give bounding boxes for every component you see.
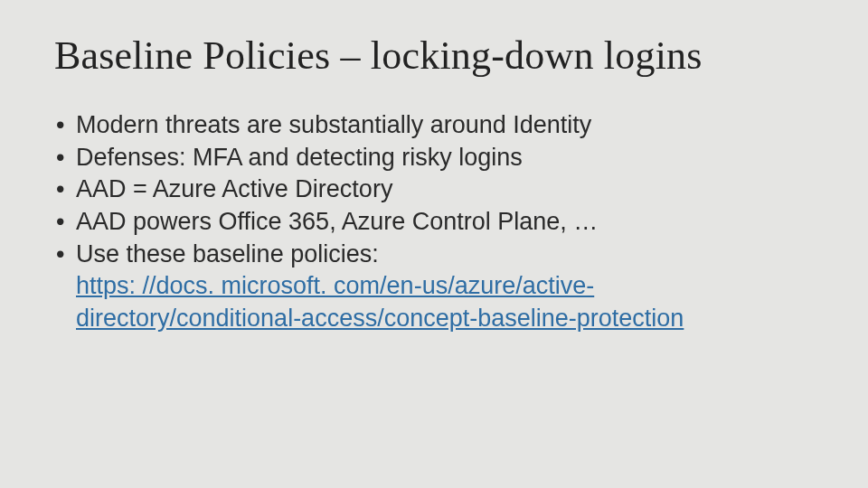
list-item: Use these baseline policies: https: //do…: [54, 239, 814, 335]
bullet-text: Use these baseline policies:: [76, 240, 379, 267]
slide-title: Baseline Policies – locking-down logins: [54, 33, 814, 79]
bullet-text: Defenses: MFA and detecting risky logins: [76, 144, 523, 171]
bullet-list: Modern threats are substantially around …: [54, 109, 814, 334]
list-item: AAD powers Office 365, Azure Control Pla…: [54, 206, 814, 239]
slide: Baseline Policies – locking-down logins …: [0, 0, 868, 488]
docs-link[interactable]: https: //docs. microsoft. com/en-us/azur…: [76, 272, 684, 332]
list-item: Defenses: MFA and detecting risky logins: [54, 142, 814, 174]
list-item: AAD = Azure Active Directory: [54, 174, 814, 206]
bullet-text: AAD = Azure Active Directory: [76, 175, 392, 202]
bullet-text: Modern threats are substantially around …: [76, 111, 591, 138]
list-item: Modern threats are substantially around …: [54, 109, 814, 142]
bullet-text: AAD powers Office 365, Azure Control Pla…: [76, 208, 598, 235]
